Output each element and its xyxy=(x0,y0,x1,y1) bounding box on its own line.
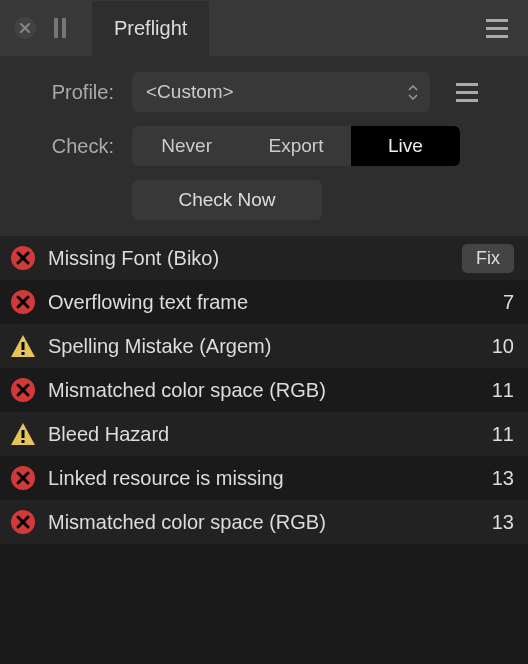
close-icon xyxy=(19,22,31,34)
issue-label: Spelling Mistake (Argem) xyxy=(48,335,492,358)
issue-row[interactable]: Mismatched color space (RGB)11 xyxy=(0,368,528,412)
check-mode-live[interactable]: Live xyxy=(351,126,460,166)
issue-label: Linked resource is missing xyxy=(48,467,492,490)
issue-count: 11 xyxy=(492,423,514,446)
profile-select[interactable]: <Custom> xyxy=(132,72,430,112)
preflight-panel: Preflight Profile: <Custom> Check: Never… xyxy=(0,0,528,664)
issue-count: 11 xyxy=(492,379,514,402)
profile-row: Profile: <Custom> xyxy=(20,72,508,112)
error-icon xyxy=(10,289,36,315)
check-now-button[interactable]: Check Now xyxy=(132,180,322,220)
error-icon xyxy=(10,377,36,403)
close-button[interactable] xyxy=(14,17,36,39)
issue-row[interactable]: Linked resource is missing13 xyxy=(0,456,528,500)
error-icon xyxy=(10,509,36,535)
profile-label: Profile: xyxy=(20,81,132,104)
issue-row[interactable]: Mismatched color space (RGB)13 xyxy=(0,500,528,544)
issue-label: Bleed Hazard xyxy=(48,423,492,446)
issue-label: Overflowing text frame xyxy=(48,291,503,314)
check-mode-never[interactable]: Never xyxy=(132,126,241,166)
panel-menu-button[interactable] xyxy=(480,13,514,44)
issue-count: 13 xyxy=(492,467,514,490)
warning-icon xyxy=(10,421,36,447)
issue-count: 13 xyxy=(492,511,514,534)
warning-icon xyxy=(10,333,36,359)
controls: Profile: <Custom> Check: Never Export Li… xyxy=(0,56,528,236)
tab-preflight[interactable]: Preflight xyxy=(92,1,209,56)
issue-label: Mismatched color space (RGB) xyxy=(48,379,492,402)
chevron-updown-icon xyxy=(408,85,418,100)
profile-menu-button[interactable] xyxy=(452,79,482,106)
titlebar-left: Preflight xyxy=(14,1,209,56)
issue-row[interactable]: Spelling Mistake (Argem)10 xyxy=(0,324,528,368)
issue-count: 7 xyxy=(503,291,514,314)
issue-row[interactable]: Missing Font (Biko)Fix xyxy=(0,236,528,280)
check-row: Check: Never Export Live xyxy=(20,126,508,166)
tab-label: Preflight xyxy=(114,17,187,39)
pause-icon xyxy=(54,18,66,38)
check-label: Check: xyxy=(20,135,132,158)
error-icon xyxy=(10,465,36,491)
error-icon xyxy=(10,245,36,271)
check-mode-segment: Never Export Live xyxy=(132,126,460,166)
fix-button[interactable]: Fix xyxy=(462,244,514,273)
issue-count: 10 xyxy=(492,335,514,358)
issues-list: Missing Font (Biko)FixOverflowing text f… xyxy=(0,236,528,664)
titlebar: Preflight xyxy=(0,0,528,56)
issue-row[interactable]: Bleed Hazard11 xyxy=(0,412,528,456)
check-mode-export[interactable]: Export xyxy=(241,126,350,166)
profile-value: <Custom> xyxy=(146,81,234,103)
issue-label: Missing Font (Biko) xyxy=(48,247,462,270)
issue-row[interactable]: Overflowing text frame7 xyxy=(0,280,528,324)
check-now-row: Check Now xyxy=(20,180,508,220)
issue-label: Mismatched color space (RGB) xyxy=(48,511,492,534)
